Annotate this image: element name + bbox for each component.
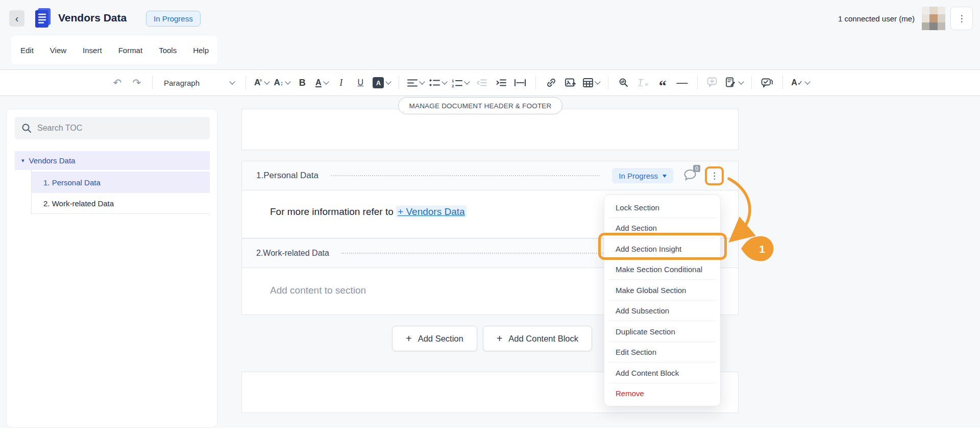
- kebab-icon: ⋮: [958, 13, 966, 24]
- italic-button[interactable]: I: [334, 74, 348, 91]
- chevron-down-icon: [595, 79, 601, 84]
- menu-item-make-section-conditional[interactable]: Make Section Conditional: [604, 259, 720, 280]
- toc-item-label: 2. Work-related Data: [43, 199, 114, 208]
- comment-count-badge: 0: [693, 165, 700, 172]
- tasks-button[interactable]: [760, 74, 774, 91]
- chevron-down-icon: [420, 79, 425, 84]
- add-content-block-button[interactable]: + Add Content Block: [483, 326, 592, 351]
- toolbar-divider: [535, 76, 536, 89]
- svg-text:2: 2: [452, 83, 454, 87]
- bullet-list-icon: [429, 79, 440, 87]
- toolbar-divider: [697, 76, 698, 89]
- annotation-step-number: 1: [759, 243, 765, 255]
- spellcheck-dropdown[interactable]: A✓: [791, 74, 809, 91]
- document-status-badge: In Progress: [146, 11, 201, 27]
- section-1-kebab-menu-button[interactable]: ⋮: [705, 166, 724, 185]
- italic-icon: I: [339, 78, 342, 88]
- toc-root-item[interactable]: ▾ Vendors Data: [15, 151, 210, 170]
- blockquote-button[interactable]: “: [655, 74, 670, 91]
- bold-button[interactable]: B: [295, 74, 309, 91]
- font-color-icon: A: [315, 79, 322, 87]
- clear-formatting-icon: T: [638, 78, 643, 87]
- find-replace-icon: [618, 77, 629, 88]
- menu-item-edit-section[interactable]: Edit Section: [604, 342, 720, 363]
- find-replace-button[interactable]: [617, 74, 631, 91]
- highlight-color-dropdown[interactable]: A: [373, 74, 390, 91]
- vendors-data-link[interactable]: + Vendors Data: [396, 206, 467, 217]
- toc-search-input[interactable]: [37, 124, 190, 133]
- menu-tools[interactable]: Tools: [159, 46, 177, 55]
- chevron-down-icon: [264, 79, 270, 84]
- document-icon: [33, 7, 53, 31]
- add-section-button[interactable]: + Add Section: [392, 326, 477, 351]
- svg-text:1: 1: [452, 79, 454, 83]
- chevron-down-icon: [464, 79, 470, 84]
- align-dropdown[interactable]: [407, 74, 424, 91]
- templates-dropdown[interactable]: [725, 74, 743, 91]
- menu-item-duplicate-section[interactable]: Duplicate Section: [604, 321, 720, 342]
- outdent-button[interactable]: [474, 74, 488, 91]
- bullet-list-dropdown[interactable]: [429, 74, 447, 91]
- insert-link-button[interactable]: [544, 74, 558, 91]
- header-kebab-menu-button[interactable]: ⋮: [950, 7, 973, 30]
- section-2-title: 2.Work-related Data: [256, 249, 329, 258]
- menu-item-add-content-block[interactable]: Add Content Block: [604, 362, 720, 383]
- back-button[interactable]: ‹: [9, 10, 24, 27]
- manage-header-footer-button[interactable]: MANAGE DOCUMENT HEADER & FOOTER: [398, 97, 562, 114]
- section-1-status-dropdown[interactable]: In Progress: [612, 168, 673, 183]
- add-comment-button[interactable]: [706, 74, 720, 91]
- toolbar-divider: [751, 76, 752, 89]
- bottom-strip: [0, 428, 980, 436]
- toolbar-divider: [399, 76, 399, 89]
- underline-button[interactable]: U: [353, 74, 368, 91]
- toolbar-divider: [152, 76, 153, 89]
- font-size-dropdown[interactable]: A↕: [274, 74, 290, 91]
- redo-button[interactable]: ↷: [130, 74, 144, 91]
- menu-insert[interactable]: Insert: [83, 46, 102, 55]
- insert-break-button[interactable]: [513, 74, 527, 91]
- body-text: For more information refer to: [270, 206, 396, 217]
- insert-table-dropdown[interactable]: [583, 74, 600, 91]
- section-1-header[interactable]: 1.Personal Data In Progress 0 ⋮: [241, 161, 739, 190]
- task-check-bubble-icon: [761, 77, 773, 88]
- table-icon: [583, 78, 593, 87]
- menu-help[interactable]: Help: [193, 46, 209, 55]
- menu-edit[interactable]: Edit: [20, 46, 34, 55]
- empty-section-placeholder: Add content to section: [270, 285, 366, 296]
- menu-item-make-global-section[interactable]: Make Global Section: [604, 280, 720, 301]
- underline-icon: U: [358, 78, 364, 87]
- menu-item-add-subsection[interactable]: Add Subsection: [604, 301, 720, 322]
- section-1-comments-button[interactable]: 0: [683, 168, 697, 183]
- chevron-down-icon: [323, 79, 329, 84]
- toc-search[interactable]: [15, 117, 210, 139]
- menu-item-remove[interactable]: Remove: [604, 383, 720, 404]
- insert-image-button[interactable]: [564, 74, 578, 91]
- chevron-down-icon: [442, 79, 448, 84]
- menu-item-add-section[interactable]: Add Section: [604, 218, 720, 239]
- font-size-icon: A↕: [274, 78, 284, 88]
- indent-icon: [495, 79, 506, 87]
- indent-button[interactable]: [494, 74, 508, 91]
- menu-view[interactable]: View: [50, 46, 66, 55]
- caret-down-icon: [663, 175, 667, 178]
- font-color-dropdown[interactable]: A: [314, 74, 329, 91]
- numbered-list-dropdown[interactable]: 12: [452, 74, 469, 91]
- menu-format[interactable]: Format: [118, 46, 143, 55]
- horizontal-line-button[interactable]: —: [675, 74, 689, 91]
- app-window: ‹ Vendors Data In Progress 1 connected u…: [0, 0, 980, 436]
- chevron-down-icon: [285, 79, 291, 84]
- toc-item-personal-data[interactable]: 1. Personal Data: [32, 172, 210, 193]
- section-1-title: 1.Personal Data: [256, 171, 318, 181]
- undo-button[interactable]: ↶: [110, 74, 125, 91]
- font-family-dropdown[interactable]: A≡: [254, 74, 269, 91]
- section-dotted-line: [331, 175, 600, 176]
- clear-formatting-button[interactable]: T✕: [636, 74, 650, 91]
- toc-item-work-related-data[interactable]: 2. Work-related Data: [32, 193, 210, 214]
- paragraph-style-dropdown[interactable]: Paragraph: [161, 74, 237, 91]
- menu-item-lock-section[interactable]: Lock Section: [604, 197, 720, 218]
- bold-icon: B: [299, 78, 306, 88]
- paragraph-style-value: Paragraph: [164, 79, 200, 87]
- menu-item-add-section-insight[interactable]: Add Section Insight: [604, 238, 720, 259]
- caret-expanded-icon[interactable]: ▾: [21, 157, 24, 164]
- avatar[interactable]: [922, 7, 945, 30]
